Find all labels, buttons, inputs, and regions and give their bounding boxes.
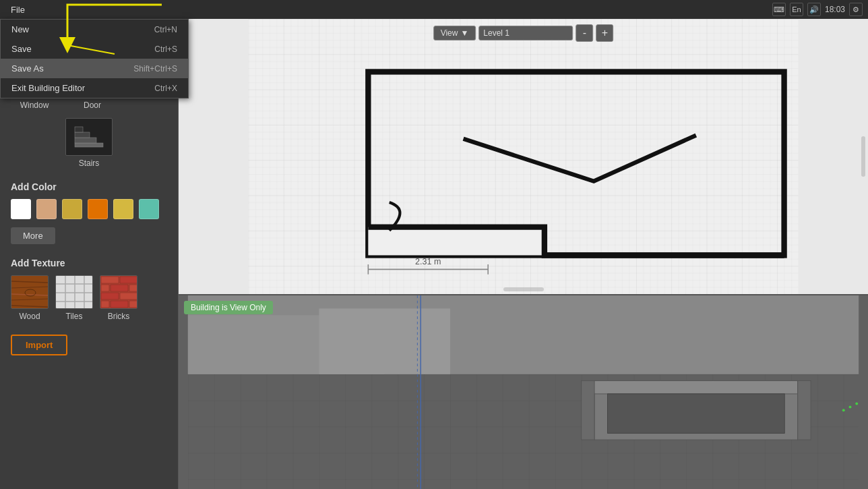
clock: 18:03 [825,5,845,14]
svg-point-70 [855,403,858,405]
level-select[interactable]: Level 1 [478,26,573,40]
file-menu-dropdown: New Ctrl+N Save Ctrl+S Save As Shift+Ctr… [0,19,189,98]
view-chevron: ▼ [460,28,468,38]
window-label: Window [20,100,49,110]
svg-rect-45 [101,301,109,308]
svg-rect-52 [368,227,545,256]
color-white[interactable] [11,199,31,219]
bricks-label: Bricks [108,312,130,321]
menu-item-save[interactable]: Save Ctrl+S [1,39,188,59]
svg-rect-40 [101,285,109,291]
bricks-thumb [100,275,137,309]
svg-rect-19 [75,143,103,147]
color-orange[interactable] [88,199,108,219]
view-2d[interactable]: View ▼ Level 1 - + [179,19,868,295]
stairs-thumb [65,118,113,156]
import-button[interactable]: Import [11,335,67,355]
color-peach[interactable] [36,199,57,219]
svg-rect-43 [101,293,119,299]
file-menu-button[interactable]: File [5,3,30,16]
color-gold[interactable] [113,199,133,219]
wood-icon [11,276,49,309]
texture-bricks[interactable]: Bricks [100,275,137,321]
floorplan-svg[interactable]: 2.31 m [179,19,868,294]
keyboard-icon: ⌨ [772,3,786,16]
svg-rect-22 [75,127,83,132]
wood-label: Wood [19,312,40,321]
add-color-title: Add Color [0,176,178,196]
menu-save-as-label: Save As [11,63,44,74]
menu-exit-shortcut: Ctrl+X [154,84,177,93]
menu-new-label: New [11,24,29,34]
more-button[interactable]: More [11,227,55,244]
tiles-thumb [55,275,93,309]
scene-3d-svg [179,295,868,489]
tiles-label: Tiles [66,312,83,321]
bricks-icon [100,276,137,309]
menu-new-shortcut: Ctrl+N [154,25,177,34]
menu-save-label: Save [11,44,32,54]
main-area: View ▼ Level 1 - + [179,19,868,489]
zoom-in-button[interactable]: + [596,24,613,42]
building-view-only-badge: Building is View Only [184,301,273,314]
menu-item-new[interactable]: New Ctrl+N [1,20,188,39]
svg-rect-39 [120,277,137,283]
volume-icon: 🔊 [807,3,821,16]
svg-rect-42 [129,285,137,291]
stairs-icon [71,121,107,152]
svg-text:2.31 m: 2.31 m [415,257,441,266]
svg-rect-44 [120,293,137,299]
svg-rect-62 [319,308,450,374]
scrollbar-right[interactable] [861,136,865,177]
svg-rect-21 [75,132,90,138]
topbar: File ⌨ En 🔊 18:03 ⚙ [0,0,868,19]
view-label: View [441,28,458,38]
svg-point-72 [842,409,845,411]
menu-exit-label: Exit Building Editor [11,83,85,93]
view-toolbar: View ▼ Level 1 - + [433,24,614,42]
zoom-out-button[interactable]: - [576,24,593,42]
add-texture-title: Add Texture [0,252,178,272]
tiles-icon [56,276,93,309]
scrollbar-bottom[interactable] [503,287,544,291]
svg-rect-20 [75,138,96,143]
svg-rect-64 [582,380,798,393]
svg-rect-41 [111,285,128,291]
texture-grid: Wood Tiles [0,272,178,329]
lang-indicator: En [790,3,803,16]
color-teal[interactable] [139,199,159,219]
feature-stairs[interactable]: Stairs [0,118,178,176]
svg-rect-46 [111,301,128,308]
wood-thumb [11,275,49,309]
svg-point-71 [849,405,852,408]
menu-save-as-shortcut: Shift+Ctrl+S [133,64,177,74]
svg-rect-66 [798,380,811,440]
svg-rect-67 [608,394,785,433]
view-3d[interactable]: Building is View Only [179,295,868,489]
menu-item-exit[interactable]: Exit Building Editor Ctrl+X [1,78,188,98]
svg-rect-65 [582,380,594,440]
door-label: Door [84,100,101,110]
stairs-label: Stairs [79,159,100,168]
menu-item-save-as[interactable]: Save As Shift+Ctrl+S [1,59,188,78]
topbar-left: File [5,3,30,16]
texture-wood[interactable]: Wood [11,275,49,321]
svg-rect-47 [129,301,137,308]
menu-save-shortcut: Ctrl+S [154,45,177,54]
svg-rect-38 [101,277,119,283]
texture-tiles[interactable]: Tiles [55,275,93,321]
svg-rect-23 [11,276,49,309]
topbar-right: ⌨ En 🔊 18:03 ⚙ [772,3,863,16]
view-dropdown-button[interactable]: View ▼ [433,26,476,40]
color-grid [0,196,178,225]
color-yellow[interactable] [62,199,82,219]
settings-icon[interactable]: ⚙ [849,3,863,16]
